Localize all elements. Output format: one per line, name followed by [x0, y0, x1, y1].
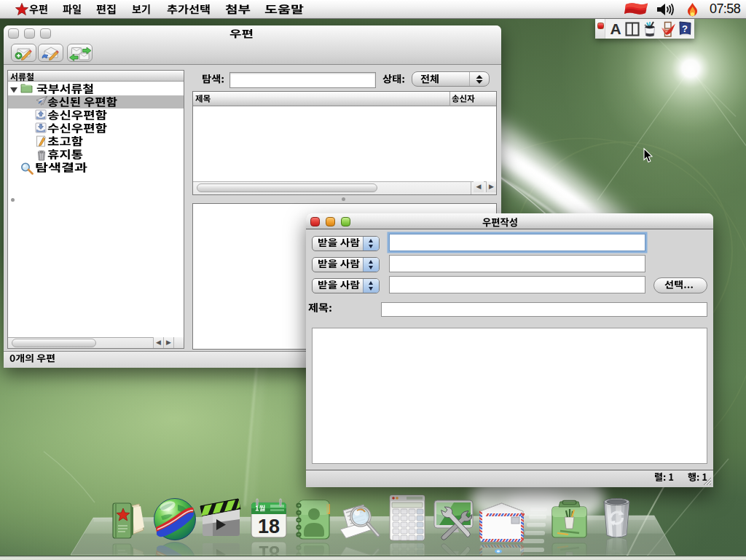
svg-text:?: ?: [682, 23, 688, 34]
svg-text:18: 18: [258, 516, 280, 537]
